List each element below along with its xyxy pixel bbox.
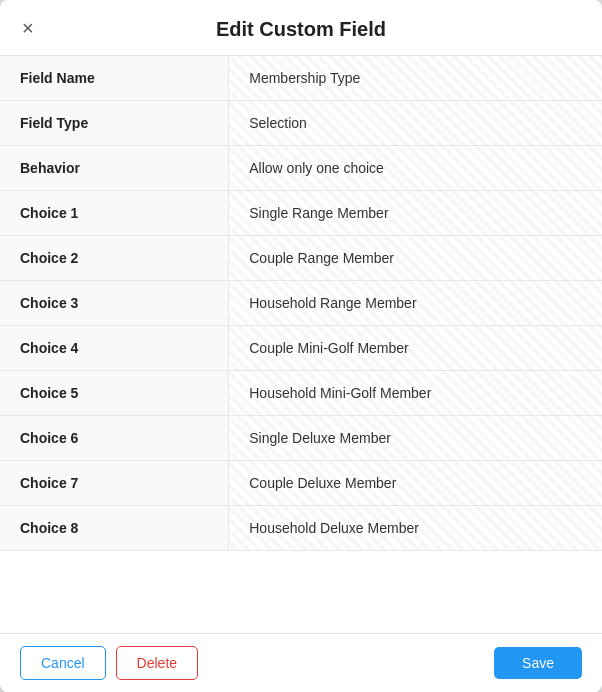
table-row: Field TypeSelection: [0, 101, 602, 146]
field-label: Choice 8: [0, 506, 229, 551]
field-label: Choice 4: [0, 326, 229, 371]
table-row: Choice 8Household Deluxe Member: [0, 506, 602, 551]
table-row: Choice 3Household Range Member: [0, 281, 602, 326]
table-row: Choice 2Couple Range Member: [0, 236, 602, 281]
fields-table: Field NameMembership TypeField TypeSelec…: [0, 56, 602, 551]
field-value: Household Range Member: [229, 281, 602, 326]
delete-button[interactable]: Delete: [116, 646, 198, 680]
field-value: Single Range Member: [229, 191, 602, 236]
field-value: Household Deluxe Member: [229, 506, 602, 551]
field-label: Choice 7: [0, 461, 229, 506]
field-value: Selection: [229, 101, 602, 146]
footer-left-actions: Cancel Delete: [20, 646, 198, 680]
close-icon: ×: [22, 18, 34, 38]
cancel-button[interactable]: Cancel: [20, 646, 106, 680]
field-label: Choice 1: [0, 191, 229, 236]
save-button[interactable]: Save: [494, 647, 582, 679]
modal-header: × Edit Custom Field: [0, 0, 602, 56]
field-value: Single Deluxe Member: [229, 416, 602, 461]
modal-footer: Cancel Delete Save: [0, 633, 602, 692]
table-row: Choice 6Single Deluxe Member: [0, 416, 602, 461]
field-label: Behavior: [0, 146, 229, 191]
field-value: Couple Range Member: [229, 236, 602, 281]
table-row: Choice 5Household Mini-Golf Member: [0, 371, 602, 416]
table-row: BehaviorAllow only one choice: [0, 146, 602, 191]
fields-table-container: Field NameMembership TypeField TypeSelec…: [0, 56, 602, 633]
modal-title: Edit Custom Field: [216, 18, 386, 41]
field-value: Membership Type: [229, 56, 602, 101]
field-value: Couple Mini-Golf Member: [229, 326, 602, 371]
field-label: Choice 6: [0, 416, 229, 461]
field-value: Allow only one choice: [229, 146, 602, 191]
table-row: Choice 4Couple Mini-Golf Member: [0, 326, 602, 371]
table-row: Field NameMembership Type: [0, 56, 602, 101]
field-label: Choice 5: [0, 371, 229, 416]
edit-custom-field-modal: × Edit Custom Field Field NameMembership…: [0, 0, 602, 692]
close-button[interactable]: ×: [18, 14, 38, 42]
field-value: Household Mini-Golf Member: [229, 371, 602, 416]
field-label: Choice 3: [0, 281, 229, 326]
table-row: Choice 7Couple Deluxe Member: [0, 461, 602, 506]
field-label: Field Name: [0, 56, 229, 101]
table-row: Choice 1Single Range Member: [0, 191, 602, 236]
field-label: Field Type: [0, 101, 229, 146]
field-value: Couple Deluxe Member: [229, 461, 602, 506]
field-label: Choice 2: [0, 236, 229, 281]
